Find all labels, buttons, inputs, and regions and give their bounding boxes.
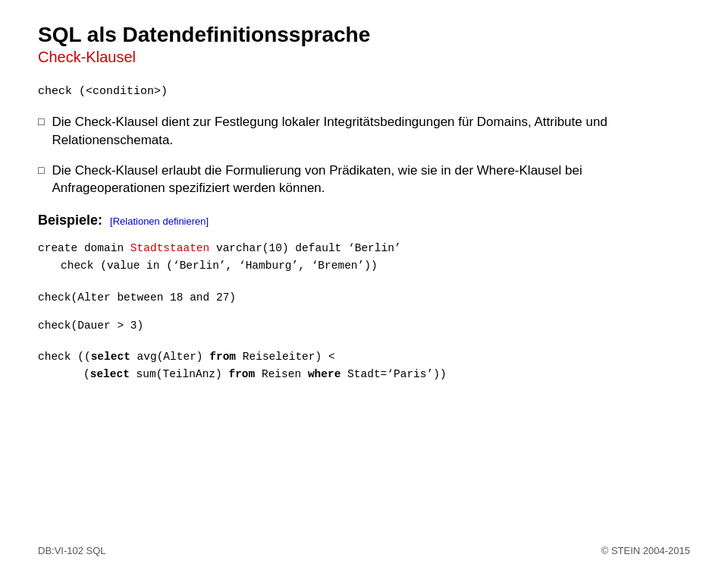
examples-section: Beispiele: [Relationen definieren] creat… — [38, 213, 690, 383]
syntax-code: check (<condition>) — [38, 85, 690, 98]
code-highlight-stadtstaaten: Stadtstaaten — [130, 242, 209, 254]
bullet-section: □ Die Check-Klausel dient zur Festlegung… — [38, 113, 690, 197]
relationen-definieren-link[interactable]: [Relationen definieren] — [110, 216, 209, 227]
keyword-select-1: select — [91, 351, 130, 363]
code-line-4-1: check ((select avg(Alter) from Reiseleit… — [38, 348, 690, 366]
code-line-1-2: check (value in (‘Berlin’, ‘Hamburg’, ‘B… — [61, 257, 690, 275]
code-block-3: check(Dauer > 3) — [38, 317, 690, 335]
keyword-from-2: from — [228, 368, 255, 380]
bullet-item-1: □ Die Check-Klausel dient zur Festlegung… — [38, 113, 690, 150]
footer-right: © STEIN 2004-2015 — [601, 545, 690, 556]
bullet-text-2: Die Check-Klausel erlaubt die Formulieru… — [52, 162, 690, 198]
page-subtitle: Check-Klausel — [38, 49, 690, 66]
code-block-1: create domain Stadtstaaten varchar(10) d… — [38, 240, 690, 275]
code-line-2-1: check(Alter between 18 and 27) — [38, 289, 690, 307]
code-line-3-1: check(Dauer > 3) — [38, 317, 690, 335]
keyword-from-1: from — [209, 351, 236, 363]
keyword-where: where — [308, 368, 341, 380]
footer-left: DB:VI-102 SQL — [38, 545, 106, 556]
examples-label: Beispiele: — [38, 213, 102, 228]
examples-header: Beispiele: [Relationen definieren] — [38, 213, 690, 228]
keyword-select-2: select — [90, 368, 130, 380]
bullet-text-1: Die Check-Klausel dient zur Festlegung l… — [52, 113, 690, 150]
bullet-icon-2: □ — [38, 164, 44, 176]
code-line-1-1: create domain Stadtstaaten varchar(10) d… — [38, 240, 690, 257]
bullet-item-2: □ Die Check-Klausel erlaubt die Formulie… — [38, 162, 690, 198]
page: SQL als Datendefinitionssprache Check-Kl… — [0, 0, 728, 570]
code-block-2: check(Alter between 18 and 27) — [38, 289, 690, 307]
code-area: create domain Stadtstaaten varchar(10) d… — [38, 240, 690, 383]
bullet-icon-1: □ — [38, 115, 44, 128]
page-title: SQL als Datendefinitionssprache — [38, 23, 690, 47]
code-line-4-2: (select sum(TeilnAnz) from Reisen where … — [83, 366, 690, 383]
footer: DB:VI-102 SQL © STEIN 2004-2015 — [0, 545, 728, 556]
code-block-4: check ((select avg(Alter) from Reiseleit… — [38, 348, 690, 383]
